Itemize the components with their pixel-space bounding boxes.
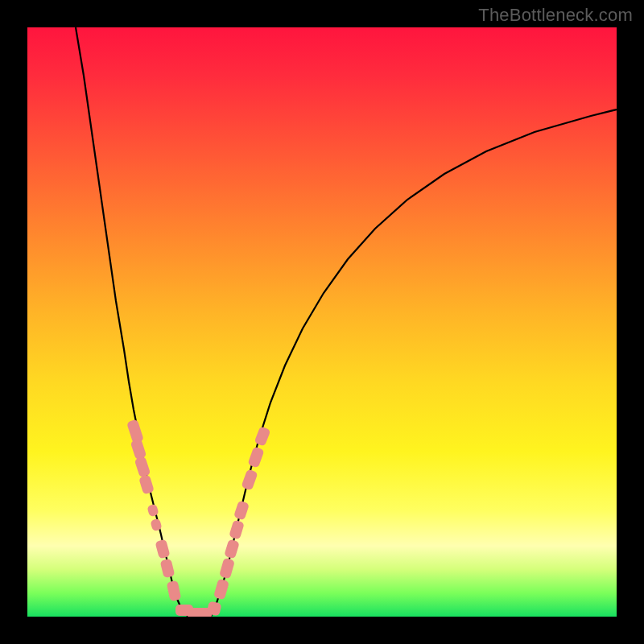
data-marker (167, 580, 182, 601)
data-marker (247, 446, 264, 468)
data-marker (155, 539, 170, 559)
data-marker (254, 426, 271, 447)
curve-layer (27, 27, 617, 617)
data-marker (134, 456, 151, 477)
data-marker (138, 474, 155, 494)
data-marker (233, 500, 250, 520)
right-branch-curve (211, 109, 617, 617)
data-marker (224, 539, 240, 559)
plot-area (27, 27, 617, 617)
data-marker (130, 438, 147, 460)
marker-group (126, 419, 270, 617)
data-marker (160, 559, 175, 579)
left-branch-curve (76, 27, 188, 617)
outer-frame: TheBottleneck.com (0, 0, 644, 644)
watermark-text: TheBottleneck.com (478, 5, 633, 26)
data-marker (213, 579, 229, 601)
data-marker (147, 504, 159, 518)
data-marker (241, 469, 258, 490)
data-marker (219, 558, 235, 580)
data-marker (229, 519, 245, 539)
